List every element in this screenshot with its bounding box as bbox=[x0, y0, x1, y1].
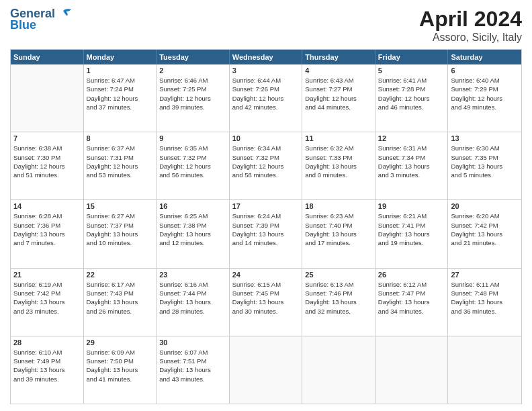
day-number: 26 bbox=[378, 271, 445, 279]
day-number: 30 bbox=[159, 338, 226, 347]
subtitle: Assoro, Sicily, Italy bbox=[419, 32, 522, 44]
cell-info-line: Sunset: 7:25 PM bbox=[159, 85, 226, 93]
cell-info-line: and 43 minutes. bbox=[159, 375, 226, 383]
cell-info-line: Daylight: 13 hours bbox=[305, 298, 372, 306]
day-number: 13 bbox=[451, 134, 519, 142]
calendar-row: 14Sunrise: 6:28 AMSunset: 7:36 PMDayligh… bbox=[11, 200, 521, 268]
cell-info-line: Sunset: 7:40 PM bbox=[305, 221, 372, 230]
cell-info-line: Sunset: 7:46 PM bbox=[305, 289, 372, 298]
cell-info-line: Sunset: 7:26 PM bbox=[232, 85, 300, 93]
cell-info-line: Daylight: 13 hours bbox=[159, 230, 226, 238]
calendar-cell: 11Sunrise: 6:32 AMSunset: 7:33 PMDayligh… bbox=[302, 132, 375, 199]
cell-info-line: Sunset: 7:35 PM bbox=[451, 153, 519, 162]
calendar-cell: 15Sunrise: 6:27 AMSunset: 7:37 PMDayligh… bbox=[84, 200, 157, 267]
calendar-cell: 21Sunrise: 6:19 AMSunset: 7:42 PMDayligh… bbox=[11, 269, 84, 336]
cell-info-line: Sunset: 7:42 PM bbox=[451, 221, 519, 230]
cell-info-line: Sunrise: 6:46 AM bbox=[159, 76, 226, 85]
calendar-cell: 19Sunrise: 6:21 AMSunset: 7:41 PMDayligh… bbox=[375, 200, 449, 267]
cell-info-line: Sunrise: 6:23 AM bbox=[305, 212, 372, 220]
calendar-cell: 23Sunrise: 6:16 AMSunset: 7:44 PMDayligh… bbox=[157, 269, 230, 336]
cell-info-line: Sunrise: 6:35 AM bbox=[159, 144, 226, 152]
cell-info-line: and 28 minutes. bbox=[159, 307, 226, 316]
cell-info-line: Sunset: 7:30 PM bbox=[13, 153, 81, 162]
calendar-body: 1Sunrise: 6:47 AMSunset: 7:24 PMDaylight… bbox=[11, 64, 521, 404]
cell-info-line: Sunrise: 6:17 AM bbox=[87, 280, 154, 289]
calendar-row: 1Sunrise: 6:47 AMSunset: 7:24 PMDaylight… bbox=[11, 64, 521, 132]
calendar-cell: 12Sunrise: 6:31 AMSunset: 7:34 PMDayligh… bbox=[375, 132, 449, 199]
cell-info-line: Sunrise: 6:25 AM bbox=[159, 212, 226, 220]
cell-info-line: Sunrise: 6:31 AM bbox=[378, 144, 445, 152]
cell-info-line: Daylight: 13 hours bbox=[159, 365, 226, 374]
cell-info-line: Daylight: 13 hours bbox=[305, 162, 372, 171]
day-number: 9 bbox=[159, 134, 226, 142]
cell-info-line: Sunrise: 6:11 AM bbox=[451, 280, 519, 289]
cell-info-line: Sunset: 7:31 PM bbox=[87, 153, 154, 162]
day-number: 28 bbox=[13, 338, 81, 347]
cell-info-line: and 23 minutes. bbox=[13, 307, 81, 316]
day-number: 1 bbox=[87, 66, 154, 75]
cell-info-line: and 49 minutes. bbox=[451, 103, 519, 111]
calendar-cell: 7Sunrise: 6:38 AMSunset: 7:30 PMDaylight… bbox=[11, 132, 84, 199]
calendar-day-header: Friday bbox=[375, 50, 449, 64]
day-number: 18 bbox=[305, 202, 372, 210]
calendar-day-header: Thursday bbox=[302, 50, 375, 64]
cell-info-line: Sunset: 7:28 PM bbox=[378, 85, 445, 93]
calendar-cell bbox=[448, 336, 521, 404]
logo: General Blue bbox=[10, 7, 71, 32]
cell-info-line: and 36 minutes. bbox=[451, 307, 519, 316]
cell-info-line: Daylight: 13 hours bbox=[159, 298, 226, 306]
cell-info-line: and 51 minutes. bbox=[13, 171, 81, 179]
cell-info-line: Sunset: 7:32 PM bbox=[232, 153, 300, 162]
cell-info-line: Sunrise: 6:16 AM bbox=[159, 280, 226, 289]
cell-info-line: Sunset: 7:43 PM bbox=[87, 289, 154, 298]
cell-info-line: Sunset: 7:32 PM bbox=[159, 153, 226, 162]
cell-info-line: Sunset: 7:29 PM bbox=[451, 85, 519, 93]
cell-info-line: and 21 minutes. bbox=[451, 238, 519, 247]
cell-info-line: Daylight: 13 hours bbox=[378, 162, 445, 171]
calendar-cell: 1Sunrise: 6:47 AMSunset: 7:24 PMDaylight… bbox=[84, 64, 157, 132]
day-number: 8 bbox=[87, 134, 154, 142]
cell-info-line: Sunset: 7:51 PM bbox=[159, 357, 226, 365]
calendar-cell: 25Sunrise: 6:13 AMSunset: 7:46 PMDayligh… bbox=[302, 269, 375, 336]
cell-info-line: Sunrise: 6:09 AM bbox=[87, 348, 154, 357]
cell-info-line: Daylight: 12 hours bbox=[13, 162, 81, 171]
cell-info-line: Sunrise: 6:28 AM bbox=[13, 212, 81, 220]
cell-info-line: Sunrise: 6:19 AM bbox=[13, 280, 81, 289]
cell-info-line: Sunrise: 6:38 AM bbox=[13, 144, 81, 152]
cell-info-line: Sunrise: 6:27 AM bbox=[87, 212, 154, 220]
cell-info-line: Sunrise: 6:34 AM bbox=[232, 144, 300, 152]
day-number: 12 bbox=[378, 134, 445, 142]
calendar-cell: 9Sunrise: 6:35 AMSunset: 7:32 PMDaylight… bbox=[157, 132, 230, 199]
cell-info-line: and 53 minutes. bbox=[87, 171, 154, 179]
cell-info-line: Daylight: 13 hours bbox=[451, 230, 519, 238]
cell-info-line: Sunset: 7:44 PM bbox=[159, 289, 226, 298]
calendar-cell: 29Sunrise: 6:09 AMSunset: 7:50 PMDayligh… bbox=[84, 336, 157, 404]
calendar-row: 28Sunrise: 6:10 AMSunset: 7:49 PMDayligh… bbox=[11, 336, 521, 404]
cell-info-line: Sunset: 7:33 PM bbox=[305, 153, 372, 162]
cell-info-line: Daylight: 13 hours bbox=[451, 162, 519, 171]
day-number: 6 bbox=[451, 66, 519, 75]
cell-info-line: Daylight: 13 hours bbox=[87, 230, 154, 238]
cell-info-line: and 32 minutes. bbox=[305, 307, 372, 316]
cell-info-line: Daylight: 12 hours bbox=[159, 162, 226, 171]
calendar-day-header: Tuesday bbox=[157, 50, 230, 64]
cell-info-line: Sunset: 7:45 PM bbox=[232, 289, 300, 298]
day-number: 4 bbox=[305, 66, 372, 75]
calendar-cell: 3Sunrise: 6:44 AMSunset: 7:26 PMDaylight… bbox=[230, 64, 303, 132]
cell-info-line: Sunrise: 6:20 AM bbox=[451, 212, 519, 220]
calendar-cell: 18Sunrise: 6:23 AMSunset: 7:40 PMDayligh… bbox=[302, 200, 375, 267]
cell-info-line: Sunrise: 6:15 AM bbox=[232, 280, 300, 289]
calendar-cell: 28Sunrise: 6:10 AMSunset: 7:49 PMDayligh… bbox=[11, 336, 84, 404]
cell-info-line: and 41 minutes. bbox=[87, 375, 154, 383]
cell-info-line: Daylight: 12 hours bbox=[378, 94, 445, 103]
cell-info-line: Daylight: 13 hours bbox=[378, 298, 445, 306]
cell-info-line: Daylight: 12 hours bbox=[451, 94, 519, 103]
page-container: General Blue April 2024 Assoro, Sicily, … bbox=[0, 0, 532, 411]
calendar-header: SundayMondayTuesdayWednesdayThursdayFrid… bbox=[11, 50, 521, 64]
cell-info-line: and 17 minutes. bbox=[305, 238, 372, 247]
cell-info-line: Daylight: 13 hours bbox=[232, 298, 300, 306]
day-number: 14 bbox=[13, 202, 81, 210]
cell-info-line: Daylight: 13 hours bbox=[13, 365, 81, 374]
cell-info-line: Sunset: 7:49 PM bbox=[13, 357, 81, 365]
calendar-cell: 13Sunrise: 6:30 AMSunset: 7:35 PMDayligh… bbox=[448, 132, 521, 199]
